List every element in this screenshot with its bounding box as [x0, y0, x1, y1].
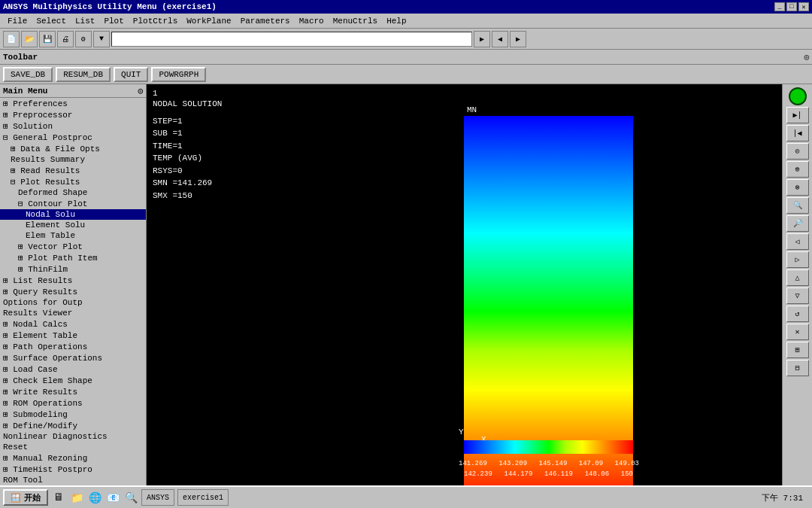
sidebar-item-element-table[interactable]: ⊞ Element Table — [0, 330, 146, 341]
menu-menuctrls[interactable]: MenuCtrls — [329, 15, 382, 27]
powrgrph-button[interactable]: POWRGRPH — [151, 67, 206, 82]
back-icon[interactable]: ◀ — [492, 31, 508, 47]
rt-btn-zoom-out[interactable]: 🔎 — [786, 215, 809, 232]
smn-label: SMN =141.269 — [153, 177, 222, 190]
sidebar-item-results-summary[interactable]: Results Summary — [0, 154, 146, 165]
colormap-visualization — [464, 116, 633, 485]
sidebar-item-preprocessor[interactable]: ⊞ Preprocessor — [0, 109, 146, 120]
temp-label: TEMP (AVG) — [153, 152, 222, 165]
colorbar-labels-row2: 142.239 144.179 146.119 148.06 150 — [464, 470, 633, 478]
menu-macro[interactable]: Macro — [295, 15, 329, 27]
icon-toolbar: 📄 📂 💾 🖨 ⚙ ▼ ▶ ◀ ▶ — [0, 29, 812, 50]
toolbar-label-row: Toolbar ◎ — [0, 50, 812, 65]
menu-plot[interactable]: Plot — [99, 15, 128, 27]
menu-help[interactable]: Help — [382, 15, 411, 27]
sidebar-item-contour-plot[interactable]: ⊟ Contour Plot — [0, 198, 146, 209]
sidebar-item-nodal-calcs[interactable]: ⊞ Nodal Calcs — [0, 318, 146, 330]
save-icon[interactable]: 💾 — [39, 31, 56, 47]
rt-btn-2[interactable]: |◀ — [786, 125, 809, 141]
rt-btn-7[interactable]: ▷ — [786, 251, 809, 268]
sidebar-item-general-postproc[interactable]: ⊟ General Postproc — [0, 132, 146, 143]
toolbar-label: Toolbar — [3, 53, 38, 62]
sidebar-item-plot-results[interactable]: ⊟ Plot Results — [0, 176, 146, 187]
sidebar-item-write-results[interactable]: ⊞ Write Results — [0, 386, 146, 397]
rt-btn-10[interactable]: ↺ — [786, 306, 809, 322]
rt-btn-11[interactable]: ✕ — [786, 324, 809, 340]
sidebar-item-vector-plot[interactable]: ⊞ Vector Plot — [0, 241, 146, 252]
sidebar-item-preferences[interactable]: ⊞ Preferences — [0, 98, 146, 109]
menu-bar: File Select List Plot PlotCtrls WorkPlan… — [0, 14, 812, 29]
sidebar-item-data-file-opts[interactable]: ⊞ Data & File Opts — [0, 143, 146, 154]
maximize-button[interactable]: □ — [786, 2, 797, 11]
sidebar-item-surface-operations[interactable]: ⊞ Surface Operations — [0, 352, 146, 364]
rt-btn-zoom-in[interactable]: 🔍 — [786, 197, 809, 214]
rt-btn-1[interactable]: ▶| — [786, 107, 809, 123]
taskbar-icon-3[interactable]: 🌐 — [87, 490, 102, 505]
menu-select[interactable]: Select — [32, 15, 71, 27]
minimize-button[interactable]: _ — [774, 2, 785, 11]
sidebar-item-thinfilm[interactable]: ⊞ ThinFilm — [0, 263, 146, 275]
step-label: STEP=1 — [153, 115, 222, 128]
rt-btn-13[interactable]: ⊟ — [786, 360, 809, 376]
resum-db-button[interactable]: RESUM_DB — [56, 67, 111, 82]
rt-btn-6[interactable]: ◁ — [786, 233, 809, 250]
sidebar-item-elem-table[interactable]: Elem Table — [0, 230, 146, 241]
quit-button[interactable]: QUIT — [114, 67, 148, 82]
menu-file[interactable]: File — [3, 15, 32, 27]
sidebar-item-load-case[interactable]: ⊞ Load Case — [0, 364, 146, 375]
rt-btn-12[interactable]: ⊞ — [786, 342, 809, 358]
open-icon[interactable]: 📂 — [21, 31, 38, 47]
sidebar-item-timehist-postpro[interactable]: ⊞ TimeHist Postpro — [0, 464, 146, 475]
forward-icon[interactable]: ▶ — [510, 31, 526, 47]
sidebar-item-deformed-shape[interactable]: Deformed Shape — [0, 187, 146, 198]
cb-label-3a: 145.149 — [539, 460, 568, 467]
nodal-solution-label: NODAL SOLUTION — [153, 98, 222, 111]
sidebar-item-submodeling[interactable]: ⊞ Submodeling — [0, 409, 146, 420]
taskbar-icon-1[interactable]: 🖥 — [51, 490, 66, 505]
sidebar-item-nonlinear-diagnostics[interactable]: Nonlinear Diagnostics — [0, 431, 146, 442]
sidebar-item-results-viewer[interactable]: Results Viewer — [0, 308, 146, 318]
close-button[interactable]: ✕ — [798, 2, 809, 11]
rt-btn-3[interactable]: ⊙ — [786, 143, 809, 160]
rt-btn-9[interactable]: ▽ — [786, 287, 809, 304]
taskbar-app-exercise[interactable]: exercise1 — [177, 489, 229, 506]
sidebar-item-rom-tool[interactable]: ROM Tool — [0, 475, 146, 485]
taskbar-icon-4[interactable]: 📧 — [105, 490, 120, 505]
print-icon[interactable]: 🖨 — [57, 31, 74, 47]
rt-btn-8[interactable]: △ — [786, 269, 809, 286]
sidebar-item-plot-path-item[interactable]: ⊞ Plot Path Item — [0, 252, 146, 263]
sidebar-item-options-for-outp[interactable]: Options for Outp — [0, 297, 146, 308]
menu-workplane[interactable]: WorkPlane — [182, 15, 235, 27]
sidebar-item-manual-rezoning[interactable]: ⊞ Manual Rezoning — [0, 452, 146, 464]
start-button[interactable]: 🪟 开始 — [3, 489, 48, 506]
sidebar-collapse-icon[interactable]: ◎ — [138, 86, 143, 96]
sidebar-item-path-operations[interactable]: ⊞ Path Operations — [0, 341, 146, 352]
sidebar-item-rom-operations[interactable]: ⊞ ROM Operations — [0, 397, 146, 409]
taskbar-icon-2[interactable]: 📁 — [69, 490, 84, 505]
command-input[interactable] — [111, 32, 472, 47]
sidebar-item-reset[interactable]: Reset — [0, 442, 146, 452]
sidebar-item-check-elem-shape[interactable]: ⊞ Check Elem Shape — [0, 375, 146, 386]
sidebar-item-read-results[interactable]: ⊞ Read Results — [0, 165, 146, 176]
sidebar-item-nodal-solu[interactable]: Nodal Solu — [0, 209, 146, 220]
settings-icon[interactable]: ⚙ — [75, 31, 92, 47]
sidebar-item-query-results[interactable]: ⊞ Query Results — [0, 286, 146, 297]
menu-list[interactable]: List — [71, 15, 99, 27]
rt-btn-4[interactable]: ⊕ — [786, 161, 809, 178]
filter-icon[interactable]: ▼ — [93, 31, 110, 47]
rt-btn-5[interactable]: ⊗ — [786, 179, 809, 196]
taskbar-app-ansys[interactable]: ANSYS — [141, 489, 174, 506]
sidebar-item-element-solu[interactable]: Element Solu — [0, 220, 146, 230]
sidebar-item-solution[interactable]: ⊞ Solution — [0, 120, 146, 132]
menu-plotctrls[interactable]: PlotCtrls — [129, 15, 182, 27]
toolbar-collapse-icon[interactable]: ◎ — [804, 52, 809, 62]
sidebar-item-list-results[interactable]: ⊞ List Results — [0, 275, 146, 286]
run-icon[interactable]: ▶ — [474, 31, 490, 47]
smx-label: SMX =150 — [153, 190, 222, 202]
menu-parameters[interactable]: Parameters — [236, 15, 295, 27]
save-db-button[interactable]: SAVE_DB — [3, 67, 53, 82]
new-file-icon[interactable]: 📄 — [3, 31, 20, 47]
colorbar-labels-row1: 141.269 143.209 145.149 147.09 149.03 — [459, 460, 639, 467]
taskbar-icon-5[interactable]: 🔍 — [123, 490, 138, 505]
sidebar-item-define-modify[interactable]: ⊞ Define/Modify — [0, 420, 146, 431]
